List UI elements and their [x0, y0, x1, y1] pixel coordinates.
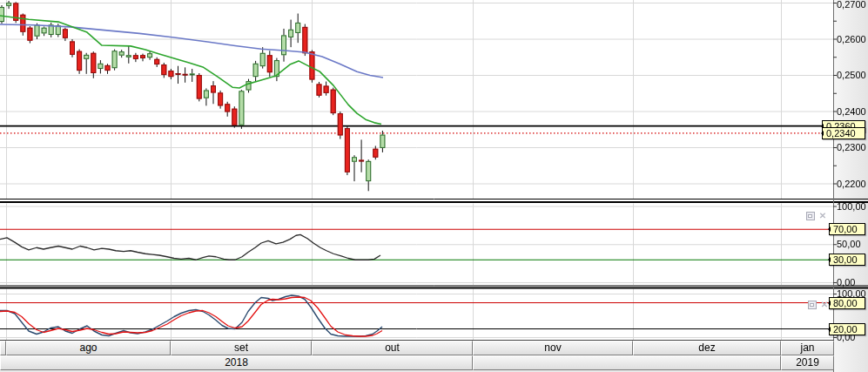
- month-cell-ago[interactable]: ago: [6, 341, 171, 355]
- month-cell-empty[interactable]: [0, 341, 6, 355]
- price-tag: 0,2340: [822, 127, 865, 139]
- price-tag: 80,00: [829, 297, 865, 309]
- stoch-panel-controls: ✕: [808, 301, 829, 309]
- rsi-axis-tick-label: 100,00: [837, 201, 866, 213]
- year-cell-empty[interactable]: [473, 355, 781, 370]
- rsi-axis-tick-label: 50,00: [837, 239, 861, 250]
- price-axis-tick-label: 0,2500: [837, 70, 866, 81]
- month-cell-jan[interactable]: jan: [781, 341, 834, 355]
- month-cell-out[interactable]: out: [312, 341, 473, 355]
- year-cell-2018[interactable]: 2018: [0, 355, 473, 370]
- month-cell-set[interactable]: set: [171, 341, 312, 355]
- close-rsi-panel-icon[interactable]: ✕: [818, 212, 827, 220]
- price-axis-tick-label: 0,2200: [837, 179, 866, 190]
- price-axis-tick-label: 0,2300: [837, 142, 866, 153]
- close-stoch-panel-icon[interactable]: ✕: [820, 301, 829, 309]
- rsi-panel-controls: ✕: [806, 212, 827, 220]
- time-axis[interactable]: agosetoutnovdezjan20182019: [0, 341, 834, 372]
- month-cell-nov[interactable]: nov: [473, 341, 633, 355]
- restore-rsi-panel-icon[interactable]: [806, 212, 815, 220]
- price-axis-tick-label: 0,2400: [837, 106, 866, 118]
- restore-stoch-panel-icon[interactable]: [808, 301, 817, 309]
- candlestick-chart-canvas[interactable]: [0, 0, 868, 372]
- price-axis-tick-label: 0,2700: [837, 0, 866, 10]
- year-cell-2019[interactable]: 2019: [781, 355, 834, 370]
- month-cell-dez[interactable]: dez: [633, 341, 781, 355]
- price-axis[interactable]: 0,27000,26000,25000,24000,23000,2200100,…: [833, 0, 868, 372]
- trading-chart-window: 0,27000,26000,25000,24000,23000,2200100,…: [0, 0, 868, 372]
- price-axis-tick-label: 0,2600: [837, 34, 866, 45]
- rsi-axis-tick-label: 0,00: [837, 277, 855, 288]
- price-tag: 30,00: [829, 254, 865, 266]
- price-tag: 70,00: [829, 223, 865, 235]
- price-tag: 20,00: [829, 323, 865, 335]
